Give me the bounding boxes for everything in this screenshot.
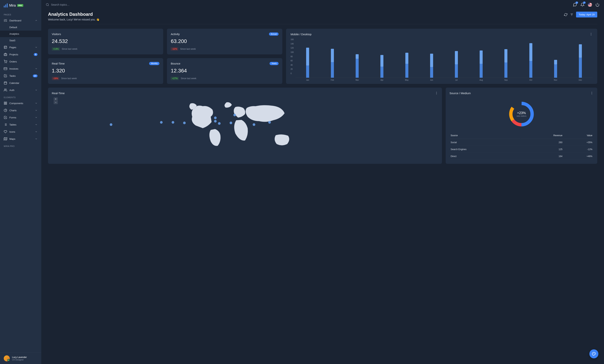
svg-rect-15 <box>4 68 7 70</box>
messages-icon[interactable]: 3 <box>573 3 577 7</box>
svg-point-47 <box>591 92 592 92</box>
sidebar-item-pages[interactable]: Pages <box>0 44 41 51</box>
sidebar-item-invoices[interactable]: Invoices <box>0 65 41 72</box>
zoom-out-button[interactable]: − <box>54 101 58 104</box>
sidebar-item-label: Orders <box>9 60 17 63</box>
y-tick: 0 <box>290 72 294 75</box>
y-tick: 140 <box>290 43 294 45</box>
sidebar-item-auth[interactable]: Auth <box>0 87 41 94</box>
bar-label: Jun <box>430 79 433 81</box>
bar-label: Aug <box>479 79 483 81</box>
user-block[interactable]: Lucy Lavender UX Designer <box>0 352 41 364</box>
svg-rect-17 <box>4 82 7 84</box>
bar-jun: Jun <box>419 38 444 78</box>
sidebar-item-tasks[interactable]: Tasks 17 <box>0 72 41 79</box>
bar-oct: Oct <box>518 38 543 78</box>
table-row: Social 260 +35% <box>450 139 593 146</box>
stat-value: 24.532 <box>52 38 159 44</box>
sidebar-sub-default[interactable]: Default <box>0 24 41 31</box>
search-input[interactable] <box>51 3 107 6</box>
cell-source: Direct <box>450 153 520 160</box>
cell-revenue: 164 <box>520 153 563 160</box>
y-tick: 40 <box>290 64 294 66</box>
stat-value: 63.200 <box>171 38 278 44</box>
sidebar-item-projects[interactable]: Projects 8 <box>0 51 41 58</box>
sidebar-item-label: Analytics <box>9 32 19 35</box>
chevron-down-icon <box>35 138 38 140</box>
svg-line-36 <box>48 5 49 6</box>
power-icon[interactable] <box>595 3 600 7</box>
sidebar-sub-analytics[interactable]: Analytics <box>0 31 41 37</box>
sidebar-item-components[interactable]: Components <box>0 100 41 107</box>
sidebar-sub-saas[interactable]: SaaS <box>0 37 41 44</box>
stat-pct: -18% <box>52 77 59 80</box>
bar-jul: Jul <box>444 38 469 78</box>
sidebar-item-orders[interactable]: Orders <box>0 58 41 65</box>
theme-fab[interactable] <box>589 349 598 358</box>
stat-value: 12.364 <box>171 68 278 74</box>
donut-label: new visitors <box>516 115 526 117</box>
world-map[interactable]: + − <box>52 97 438 154</box>
logo[interactable]: Mira PRO <box>0 0 41 11</box>
svg-rect-24 <box>6 104 7 104</box>
donut-chart: +23% new visitors <box>507 100 536 128</box>
stat-foot: Since last week <box>62 48 77 50</box>
chevron-down-icon <box>35 130 38 133</box>
zoom-in-button[interactable]: + <box>54 97 58 101</box>
svg-rect-12 <box>4 54 7 56</box>
stat-pct: +14% <box>52 47 60 51</box>
sidebar-item-calendar[interactable]: Calendar <box>0 79 41 87</box>
sidebar-item-label: Icons <box>9 130 15 133</box>
bar-apr: Apr <box>369 38 394 78</box>
svg-point-49 <box>591 94 592 94</box>
nav-badge: 17 <box>33 75 38 77</box>
topbar: 3 7 <box>41 0 604 9</box>
sidebar-item-label: Auth <box>9 89 14 92</box>
sidebar-item-label: Default <box>9 26 17 29</box>
stat-card-visitors: Visitors 24.532 +14% Since last week <box>48 29 163 54</box>
more-icon[interactable] <box>435 91 438 95</box>
bar-jan: Jan <box>295 38 320 78</box>
sidebar-item-label: Invoices <box>9 67 18 70</box>
svg-point-46 <box>436 94 437 94</box>
heart-icon <box>4 130 7 133</box>
sidebar-item-charts[interactable]: Charts <box>0 107 41 114</box>
check-square-icon <box>4 74 7 77</box>
y-tick: 100 <box>290 51 294 53</box>
sidebar-item-label: Maps <box>9 138 15 140</box>
table-header: Source <box>450 132 520 139</box>
cell-revenue: 260 <box>520 139 563 146</box>
bar-label: Sep <box>504 79 508 81</box>
sidebar-item-maps[interactable]: Maps <box>0 135 41 142</box>
stat-pct: -12% <box>171 47 178 51</box>
cart-icon <box>4 60 7 63</box>
sidebar-item-icons[interactable]: Icons <box>0 128 41 135</box>
filter-icon[interactable] <box>570 13 573 16</box>
stat-pct: +27% <box>171 77 179 80</box>
svg-point-48 <box>591 93 592 93</box>
sidebar-item-label: Pages <box>9 46 16 49</box>
sidebar-item-label: Tasks <box>9 75 16 77</box>
bar-label: Oct <box>529 79 532 81</box>
y-tick: 120 <box>290 47 294 49</box>
user-name: Lucy Lavender <box>12 356 27 359</box>
chevron-down-icon <box>35 116 38 119</box>
source-table: SourceRevenueValue Social 260 +35%Search… <box>449 132 593 160</box>
sidebar-item-label: Dashboard <box>9 19 21 22</box>
more-icon[interactable] <box>589 32 593 36</box>
sidebar-item-dashboard[interactable]: Dashboard <box>0 17 41 24</box>
sidebar-item-forms[interactable]: Forms <box>0 114 41 121</box>
bar-feb: Feb <box>320 38 345 78</box>
sidebar-item-tables[interactable]: Tables <box>0 121 41 128</box>
stat-foot: Since last week <box>61 77 77 80</box>
stat-card-activity: Activity Annual 63.200 -12% Since last w… <box>167 29 282 54</box>
more-icon[interactable] <box>590 91 593 95</box>
card-icon <box>4 67 7 70</box>
flag-icon[interactable] <box>588 3 592 7</box>
brand-name: Mira <box>9 4 16 8</box>
refresh-icon[interactable] <box>564 13 567 16</box>
bar-label: Jan <box>306 79 309 81</box>
avatar <box>4 355 10 361</box>
bell-icon[interactable]: 7 <box>580 3 584 7</box>
today-button[interactable]: Today: April 29 <box>576 12 597 17</box>
